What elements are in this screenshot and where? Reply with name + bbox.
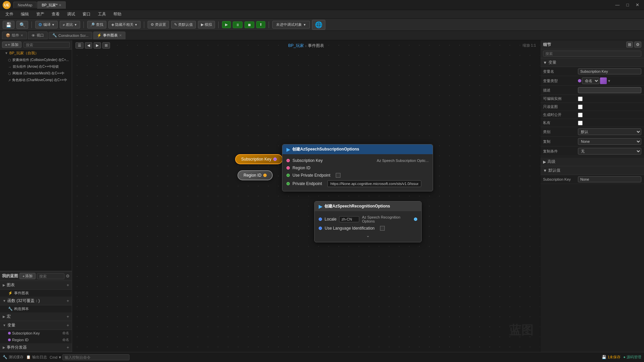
stop-button[interactable]: ⏹ [245,21,254,28]
add-component-button[interactable]: + + 添加 [2,42,21,48]
class-settings-button[interactable]: ⚙ 类设置 [148,21,169,28]
type-dropdown[interactable]: 命名 [582,77,599,84]
tree-arrow[interactable]: → 箭头组件 (Arrow) 在C++中组锁 [0,63,72,70]
save-button[interactable]: 💾 [3,21,14,29]
source-control[interactable]: ● 源码管理 [623,355,641,360]
tab-components[interactable]: 📦 组件 ✕ [2,32,27,39]
tab-construction[interactable]: 🔧 Construction Scr... [49,32,92,39]
play-button[interactable]: ▶ [222,21,231,28]
region-id-node[interactable]: Region ID [237,170,273,180]
find-button[interactable]: 🔎 查找 [87,21,106,28]
subscription-key-node[interactable]: Subscription Key [235,154,283,164]
tree-root[interactable]: ▼ BP_玩家（自我） [0,50,72,57]
desc-label: 描述 [543,88,577,93]
menu-file[interactable]: 文件 [2,11,17,18]
tab-newmap[interactable]: NewMap [13,2,37,8]
tab-event-close[interactable]: ✕ [119,34,122,37]
menu-view[interactable]: 查看 [48,11,63,18]
menu-tools[interactable]: 工具 [95,11,109,18]
category-dropdown[interactable]: 默认 [578,128,641,135]
tree-construction[interactable]: 🔧 构造脚本 [0,305,72,312]
detail-section-defaults[interactable]: ▼ 默认值 [540,166,644,175]
tab-event-graph[interactable]: ⚡ 事件图表 ✕ [93,32,125,39]
section-macros[interactable]: ▶ 宏 + [0,312,72,321]
type-dot [578,79,581,82]
func-add-icon[interactable]: + [66,298,69,303]
menu-edit[interactable]: 编辑 [17,11,32,18]
rep-condition-dropdown[interactable]: 无 [578,148,641,155]
gear-icon[interactable]: ⚙ [66,274,70,279]
bottom-log[interactable]: 📋 输出日志 [26,355,47,360]
editable-checkbox[interactable] [578,97,583,101]
scale-indicator: 缩放 1:1 [523,43,536,48]
menu-help[interactable]: 帮助 [110,11,125,18]
tab-viewport[interactable]: 👁 视口 [28,32,48,39]
detail-settings[interactable]: ⚙ [634,42,641,48]
canvas-back-button[interactable]: ◀ [85,42,92,49]
hide-unrelated-button[interactable]: ◈ 隐藏不相关 ▼ [108,21,141,28]
tree-mesh[interactable]: ⬡ 网格体 (CharacterMesh0) 在C++中 [0,70,72,77]
private-ep-checkbox[interactable] [336,173,340,178]
private-endpoint-input[interactable] [327,180,421,187]
private-checkbox[interactable] [578,121,583,125]
section-event-dispatchers[interactable]: ▶ 事件分发器 + [0,343,72,352]
canvas-forward-button[interactable]: ▶ [94,42,101,49]
default-val-input[interactable] [578,176,641,182]
add-blueprint-button[interactable]: + 添加 [19,273,36,279]
tree-event-graph[interactable]: ⚡ 事件图表 [0,290,72,297]
lang-id-checkbox[interactable] [380,226,385,231]
compile-button[interactable]: ⚙ 编译 ▼ [35,21,58,28]
private-ep-input-label: Private Endpoint [292,181,322,186]
component-search[interactable] [23,42,70,48]
console-input[interactable] [62,354,129,360]
compile-label: 编译 [43,22,51,27]
right-panel-search[interactable] [543,51,641,57]
minimize-btn[interactable]: — [613,2,622,7]
type-color-button[interactable] [600,77,607,84]
tree-movement[interactable]: ↗ 角色移动 (CharMoveComp) 在C++中 [0,77,72,83]
globe-button[interactable]: 🌐 [312,20,325,30]
detail-section-variables[interactable]: ▼ 变量 [540,58,644,67]
breadcrumb-bp[interactable]: BP_玩家 [288,43,304,49]
tab-bp-player-close[interactable]: ✕ [59,3,61,7]
tab-components-close[interactable]: ✕ [20,34,23,37]
menu-window[interactable]: 窗口 [79,11,94,18]
diff-button[interactable]: ≠ 差比 ▼ [60,21,80,28]
tree-capsule[interactable]: ⬡ 胶囊体组件 (CollisionCylinder) 在C+... [0,57,72,63]
readonly-checkbox[interactable] [578,105,583,109]
desc-input[interactable] [578,87,641,93]
var-add-icon[interactable]: + [66,323,69,328]
tree-subscription-key[interactable]: Subscription Key 命名 [0,330,72,337]
canvas[interactable]: ☰ ◀ ▶ ⊞ BP_玩家 › 事件图表 缩放 1:1 Subscription… [72,40,540,352]
section-variables[interactable]: ▼ 变量 + [0,321,72,330]
replication-dropdown[interactable]: None [578,138,641,145]
detail-section-advanced[interactable]: ▶ 高级 [540,158,644,166]
recognition-expand[interactable]: ⌄ [319,232,417,239]
class-defaults-button[interactable]: ✎ 类默认值 [171,21,196,28]
tree-region-id[interactable]: Region ID 命名 [0,337,72,343]
canvas-nav-icon[interactable]: ☰ [75,42,84,49]
blueprint-search[interactable] [37,273,64,279]
browse-button[interactable]: 🔍 [16,21,28,29]
close-btn[interactable]: ✕ [634,2,641,7]
tab-bp-player[interactable]: BP_玩家* ✕ [37,1,66,9]
graph-add-icon[interactable]: + [66,283,69,288]
section-graph[interactable]: ▶ 图表 + [0,281,72,290]
eject-button[interactable]: ⬆ [256,21,265,28]
var-name-input[interactable] [578,68,641,74]
section-functions[interactable]: ▼ 函数 (32可覆盖：) + [0,297,72,305]
dispatch-add-icon[interactable]: + [66,345,69,350]
locale-input[interactable] [339,216,359,222]
detail-grid-view[interactable]: ⊞ [626,42,633,48]
debug-target[interactable]: 未进中调试对象 ▼ [272,21,310,28]
macro-add-icon[interactable]: + [66,314,69,319]
expose-checkbox[interactable] [578,113,583,117]
pause-button[interactable]: ⏸ [233,21,243,28]
menu-debug[interactable]: 调试 [64,11,78,18]
maximize-btn[interactable]: □ [624,2,631,7]
simulate-button[interactable]: ▶ 模拟 [198,21,215,28]
hide-arrow: ▼ [135,23,138,26]
menu-assets[interactable]: 资产 [33,11,48,18]
movement-icon: ↗ [8,78,11,82]
canvas-grid-button[interactable]: ⊞ [102,42,110,49]
